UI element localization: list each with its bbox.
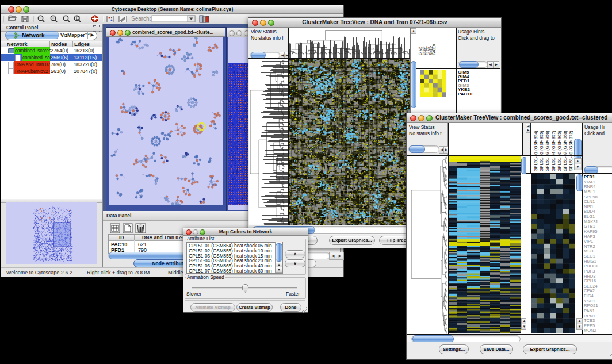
- svg-text:Search:: Search:: [131, 16, 151, 22]
